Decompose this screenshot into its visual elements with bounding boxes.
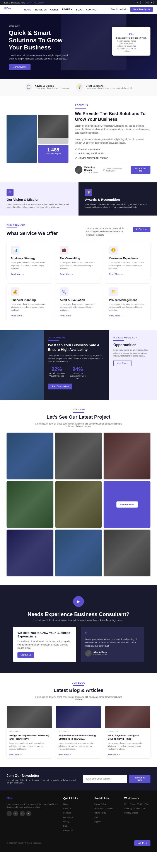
about-desc-2: Lorem ipsum dolor sit amet, consectetur … [75,138,151,145]
blog-date-2: December 9 [58,731,98,733]
project-item-1[interactable]: + [6,433,54,479]
nav-cases[interactable]: CASES [51,8,59,11]
about-author: Valentina Decker CEO & Founder [75,166,103,174]
blog-title-3: Retail Payments During and Beyond Covid … [108,734,148,741]
mission-left: 👁 Our Vision & Mission Lorem ipsum dolor… [0,182,78,216]
footer-link-cases[interactable]: Our Cases [63,815,89,818]
service-1-title: Business Strategy [11,257,48,260]
footer-link-home[interactable]: Home [63,802,89,805]
nav-pages[interactable]: PAGES ▾ [62,8,72,11]
blog-img-1 [7,706,52,728]
project-item-7[interactable]: + [6,530,54,577]
play-button[interactable]: ▶ [73,596,84,607]
newsletter-input[interactable] [83,775,128,783]
blog-read-more-3[interactable]: Read More → [108,753,120,755]
awards-icon: 🏆 [85,189,92,196]
footer-link-refund[interactable]: Refund Policy [94,811,120,814]
nav-home[interactable]: HOME [24,8,31,11]
blog-desc-2: Lorem ipsum dolor sit amet, consectetur … [58,742,98,751]
footer-grid: BIZ360 Lorem ipsum dolor sit amet, conse… [6,797,151,833]
logo[interactable]: BIZ360 [4,7,11,12]
why-stats: 92% We Help To Create Visual Strategies … [48,366,105,380]
service-2-read-more[interactable]: Read More [60,273,74,275]
about-divider [75,108,86,108]
newsletter-section: Join Our Newsletter Lorem ipsum dolor si… [0,767,157,790]
hire-button[interactable]: Hire Me Now [117,501,138,507]
project-item-4[interactable]: + [6,481,54,528]
service-card-1: 📊 Business Strategy Lorem ipsum dolor si… [6,242,52,280]
projects-header: Our Team Let's See Our Latest Project Lo… [6,408,151,427]
all-services-button[interactable]: All Services [133,227,151,232]
blog-title-1: Bridge the Gap Between Marketing and Tec… [9,734,49,741]
consult-button[interactable]: Start Consultation [48,383,72,390]
services-title: What Service We Offer [6,230,58,237]
navbar-phone: Start Consultation [111,8,128,11]
top-bar-link[interactable]: Get A Free Quote [27,2,43,4]
about-stat-label: Successful Projects [40,153,66,155]
nav-blog[interactable]: BLOG [76,8,83,11]
facebook-icon[interactable]: f [136,1,139,4]
nav-contact[interactable]: CONTACT [86,8,98,11]
footer-link-privacy[interactable]: Privacy Policy [94,802,120,805]
footer-facebook-icon[interactable]: f [6,811,12,816]
service-1-read-more[interactable]: Read More [11,273,25,275]
testimonial-avatar [85,650,92,657]
footer-link-blog[interactable]: Blog [63,824,89,827]
service-6-desc: Lorem ipsum dolor sit amet, consectetur … [109,303,146,312]
footer-link-services[interactable]: Services [63,811,89,814]
nav-cta-button[interactable]: Get A Free Quote [130,7,153,12]
hero-title: Quick & Smart Solutions To Grow Your Bus… [9,29,74,51]
blog-read-more-2[interactable]: Read More → [58,753,71,755]
footer-link-support[interactable]: Support [94,819,120,823]
about-img-2 [38,115,68,144]
service-card-5: 🔍 Audit & Evaluation Lorem ipsum dolor s… [56,283,101,321]
check-icon-1: ✓ [75,148,77,151]
footer-bottom: © 2021 BizConsult. All Rights Reserved. … [6,837,151,846]
project-item-3[interactable]: + [103,433,151,479]
project-item-hire[interactable]: Hire Me Now [103,481,151,528]
awards-title: Awards & Recognition [85,198,151,202]
nav-services[interactable]: SERVICES [35,8,47,11]
service-5-read-more[interactable]: Read More [60,314,74,317]
service-4-title: Financial Planning [11,298,48,302]
project-item-2[interactable]: + [55,433,102,479]
twitter-icon[interactable]: t [140,1,144,4]
linkedin-icon[interactable]: in [145,1,149,4]
contact-button[interactable]: Contact Us [18,652,34,658]
youtube-icon[interactable]: ▶ [150,1,154,4]
project-item-8[interactable]: + [55,530,102,577]
quote-mark: " [85,631,139,638]
feature-strip: 📋 Advice & Guides Lorem ipsum dolor sit … [0,79,157,95]
footer-link-faq[interactable]: FAQ [94,815,120,818]
footer-linkedin-icon[interactable]: in [20,811,25,816]
newsletter-button[interactable]: Subscribe Now [129,775,151,783]
services-tag: Our Services [6,224,58,227]
about-cta-button[interactable]: More About Us [131,166,151,174]
footer-about: Lorem ipsum dolor sit amet, consectetur … [6,803,59,809]
project-management-icon: 📁 [109,287,118,296]
footer-link-contact[interactable]: Contact Us [63,828,89,832]
footer-talk-button[interactable]: Talk To Us [134,840,151,846]
view-cases-button[interactable]: View Cases [114,360,131,366]
about-section: 1 485 Successful Projects About Us We Pr… [0,95,157,182]
project-item-5[interactable]: + [55,481,102,528]
project-item-9[interactable]: + [103,530,151,577]
service-4-read-more[interactable]: Read More [11,314,25,317]
hero-tag: Since 2008 [9,25,148,27]
footer-youtube-icon[interactable]: ▶ [26,811,31,816]
service-3-read-more[interactable]: Read More [109,273,123,275]
footer-link-pricing[interactable]: Pricing [63,819,89,823]
why-image-container [0,330,43,400]
footer-twitter-icon[interactable]: t [13,811,18,816]
footer-useful-links-list: Privacy Policy Terms and Conditions Refu… [94,802,120,823]
hero-cta-button[interactable]: Our Services [9,64,31,70]
footer-link-terms[interactable]: Terms and Conditions [94,807,120,810]
shield-icon: 🛡️ [102,169,105,171]
services-section: Our Services What Service We Offer Lorem… [0,216,157,330]
service-6-read-more[interactable]: Read More [109,314,123,317]
blog-section: Our Blog Latest Blog & Articles Lorem ip… [0,673,157,767]
footer-link-about[interactable]: About Us [63,807,89,810]
check-item-2: ✓A Solid Way And More Work [75,152,151,155]
blog-read-more-1[interactable]: Read More → [9,753,22,755]
top-bar-announcement: Book a Schedule Now [3,2,25,4]
